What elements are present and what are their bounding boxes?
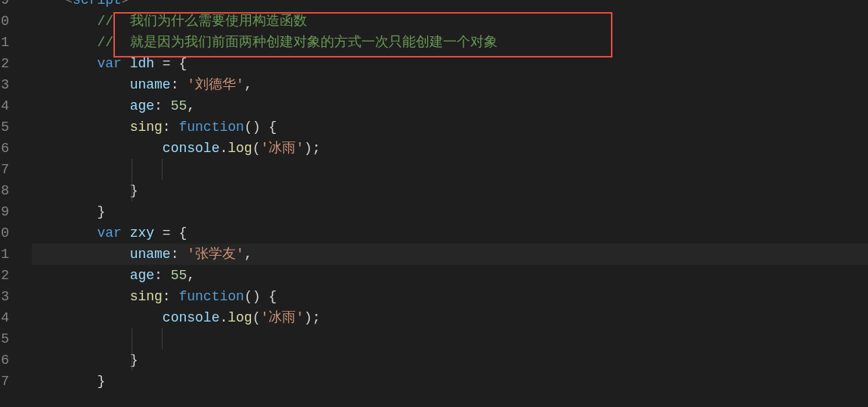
line-number: 5 bbox=[0, 328, 9, 350]
code-line[interactable]: age: 55, bbox=[32, 265, 868, 286]
line-number: 3 bbox=[0, 74, 9, 95]
indent bbox=[32, 120, 130, 135]
line-number: 4 bbox=[0, 307, 9, 328]
comma: , bbox=[244, 77, 253, 92]
code-line[interactable]: console.log('冰雨'); bbox=[32, 307, 868, 328]
tag-name: script bbox=[73, 0, 122, 8]
code-area[interactable]: <script> // 我们为什么需要使用构造函数 // 就是因为我们前面两种创… bbox=[23, 0, 868, 407]
method-name: log bbox=[228, 310, 252, 325]
code-line[interactable]: // 我们为什么需要使用构造函数 bbox=[32, 11, 868, 32]
code-line[interactable] bbox=[32, 159, 868, 180]
indent bbox=[32, 35, 97, 50]
paren-open: ( bbox=[253, 141, 261, 156]
line-number: 1 bbox=[0, 244, 9, 265]
code-line[interactable]: <script> bbox=[32, 0, 868, 11]
indent-guide bbox=[162, 328, 163, 350]
code-line[interactable] bbox=[32, 328, 868, 350]
dot: . bbox=[219, 141, 228, 156]
equals: = bbox=[163, 56, 171, 71]
indent bbox=[32, 14, 97, 29]
line-number: 9 bbox=[0, 0, 9, 11]
code-line[interactable]: var ldh = { bbox=[32, 53, 868, 74]
line-number-gutter: 9 0 1 2 3 4 5 6 7 8 9 0 1 2 3 4 5 6 7 bbox=[0, 0, 23, 407]
brace-open: { bbox=[268, 289, 277, 304]
code-line[interactable]: uname: '刘德华', bbox=[32, 74, 868, 95]
string-literal: '冰雨' bbox=[260, 310, 304, 325]
property-name: sing bbox=[130, 120, 163, 135]
code-line[interactable]: // 就是因为我们前面两种创建对象的方式一次只能创建一个对象 bbox=[32, 32, 868, 53]
code-line[interactable]: } bbox=[32, 201, 868, 222]
code-line[interactable]: uname: '张学友', bbox=[32, 244, 868, 265]
code-line[interactable]: age: 55, bbox=[32, 95, 868, 117]
comment-text: 就是因为我们前面两种创建对象的方式一次只能创建一个对象 bbox=[130, 35, 498, 50]
equals: = bbox=[163, 225, 171, 241]
code-line[interactable]: } bbox=[32, 350, 868, 371]
indent bbox=[32, 56, 97, 71]
tag-bracket: > bbox=[122, 0, 130, 8]
line-number: 0 bbox=[0, 11, 9, 32]
property-name: uname bbox=[130, 247, 171, 262]
comma: , bbox=[244, 247, 253, 262]
colon: : bbox=[154, 98, 163, 113]
line-number: 9 bbox=[0, 201, 9, 222]
line-number: 4 bbox=[0, 95, 9, 117]
indent bbox=[32, 183, 130, 198]
parens: () bbox=[244, 120, 261, 135]
comment-marker: // bbox=[97, 14, 129, 29]
brace-close: } bbox=[97, 204, 105, 219]
semicolon: ; bbox=[312, 141, 321, 156]
comma: , bbox=[187, 268, 195, 283]
indent bbox=[32, 374, 97, 389]
property-name: age bbox=[130, 268, 154, 283]
code-line[interactable]: sing: function() { bbox=[32, 117, 868, 138]
semicolon: ; bbox=[312, 310, 321, 325]
line-number: 1 bbox=[0, 32, 9, 53]
number-literal: 55 bbox=[171, 268, 188, 283]
string-literal: '张学友' bbox=[187, 247, 244, 262]
brace-open: { bbox=[178, 225, 187, 241]
indent-guide bbox=[132, 328, 132, 350]
colon: : bbox=[171, 77, 179, 92]
method-name: log bbox=[228, 141, 252, 156]
console-object: console bbox=[163, 141, 220, 156]
property-name: age bbox=[130, 98, 154, 113]
code-line[interactable]: } bbox=[32, 180, 868, 201]
indent bbox=[32, 247, 130, 262]
keyword-function: function bbox=[178, 289, 243, 304]
indent bbox=[32, 98, 130, 113]
string-literal: '刘德华' bbox=[187, 77, 244, 92]
keyword-var: var bbox=[97, 56, 121, 71]
code-line[interactable]: var zxy = { bbox=[32, 222, 868, 244]
indent bbox=[32, 141, 163, 156]
property-name: sing bbox=[130, 289, 163, 304]
variable-name: ldh bbox=[130, 56, 154, 71]
line-number: 7 bbox=[0, 159, 9, 180]
brace-open: { bbox=[268, 120, 277, 135]
keyword-var: var bbox=[97, 225, 121, 241]
indent bbox=[32, 353, 130, 368]
keyword-function: function bbox=[178, 120, 243, 135]
colon: : bbox=[171, 247, 179, 262]
line-number: 6 bbox=[0, 350, 9, 371]
code-line[interactable]: console.log('冰雨'); bbox=[32, 138, 868, 159]
code-line[interactable]: } bbox=[32, 371, 868, 392]
comment-text: 我们为什么需要使用构造函数 bbox=[130, 14, 307, 29]
indent bbox=[32, 204, 97, 219]
line-number: 6 bbox=[0, 138, 9, 159]
dot: . bbox=[219, 310, 228, 325]
tag-bracket: < bbox=[64, 0, 73, 8]
line-number: 2 bbox=[0, 265, 9, 286]
number-literal: 55 bbox=[171, 98, 188, 113]
code-editor: 9 0 1 2 3 4 5 6 7 8 9 0 1 2 3 4 5 6 7 <s… bbox=[0, 0, 868, 407]
console-object: console bbox=[163, 310, 220, 325]
indent bbox=[32, 225, 97, 241]
paren-close: ) bbox=[304, 141, 312, 156]
paren-open: ( bbox=[253, 310, 261, 325]
indent bbox=[32, 77, 130, 92]
code-line[interactable]: sing: function() { bbox=[32, 286, 868, 307]
line-number: 5 bbox=[0, 117, 9, 138]
indent bbox=[32, 289, 130, 304]
colon: : bbox=[163, 289, 171, 304]
comment-marker: // bbox=[97, 35, 129, 50]
colon: : bbox=[154, 268, 163, 283]
